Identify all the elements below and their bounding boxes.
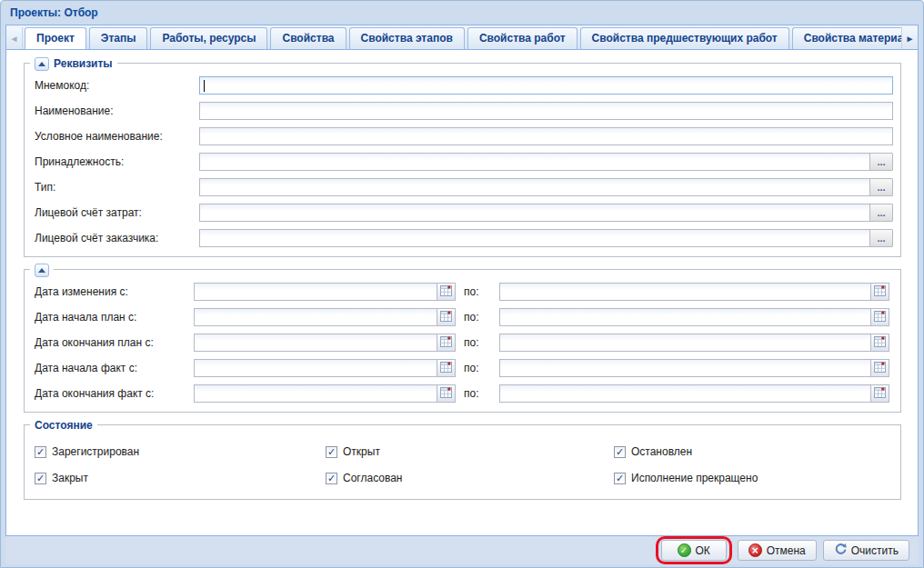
date-to-4-input[interactable] bbox=[500, 385, 870, 402]
date-from-1-input[interactable] bbox=[195, 309, 437, 325]
tab-0[interactable]: Проект bbox=[25, 27, 86, 49]
scroll-right-icon: ► bbox=[906, 34, 915, 44]
field-box bbox=[199, 127, 893, 145]
state-checkbox-item-4[interactable]: ✓Согласован bbox=[326, 472, 614, 484]
date-to-2-calendar-button[interactable] bbox=[870, 334, 889, 351]
state-checkbox-item-0[interactable]: ✓Зарегистрирован bbox=[35, 445, 326, 458]
clear-swirl-icon bbox=[834, 543, 847, 558]
collapse-arrow-up-icon bbox=[38, 62, 45, 66]
requisites-input-1[interactable] bbox=[199, 102, 893, 120]
checkbox-box[interactable]: ✓ bbox=[326, 446, 337, 458]
date-from-1-calendar-button[interactable] bbox=[437, 309, 455, 325]
tab-label: Проект bbox=[36, 32, 75, 45]
date-from-3-calendar-button[interactable] bbox=[437, 360, 455, 376]
requisites-collapse-button[interactable] bbox=[35, 57, 49, 71]
requisites-input-6[interactable] bbox=[199, 229, 870, 247]
tab-label: Свойства этапов bbox=[361, 32, 453, 45]
window-content: ◄ ПроектЭтапыРаботы, ресурсыСвойстваСвой… bbox=[5, 25, 919, 564]
tab-7[interactable]: Свойства материальных ресурсов bbox=[792, 27, 901, 49]
requisites-input-5[interactable] bbox=[199, 204, 870, 222]
checkbox-label: Согласован bbox=[343, 472, 402, 484]
state-checkbox-item-1[interactable]: ✓Открыт bbox=[326, 445, 614, 458]
date-from-0-input[interactable] bbox=[195, 284, 437, 300]
tab-4[interactable]: Свойства этапов bbox=[349, 27, 465, 49]
checkbox-box[interactable]: ✓ bbox=[35, 473, 46, 484]
calendar-icon bbox=[440, 361, 452, 375]
lookup-button-3[interactable]: ... bbox=[869, 153, 893, 171]
date-to-label: по: bbox=[456, 336, 499, 349]
collapse-arrow-up-icon bbox=[38, 268, 45, 273]
dates-legend bbox=[30, 263, 54, 277]
field-box bbox=[199, 102, 893, 120]
date-from-1 bbox=[194, 308, 456, 326]
date-to-3-calendar-button[interactable] bbox=[870, 360, 889, 376]
calendar-icon bbox=[440, 335, 452, 350]
tab-scroll-right-button[interactable]: ► bbox=[901, 27, 918, 49]
requisites-row-4: Тип:... bbox=[28, 178, 893, 196]
date-from-2-input[interactable] bbox=[195, 334, 437, 351]
state-legend-text: Состояние bbox=[35, 419, 93, 432]
ok-button-wrapper: ✓ ОК bbox=[661, 540, 727, 561]
checkbox-box[interactable]: ✓ bbox=[614, 446, 626, 458]
date-to-0-calendar-button[interactable] bbox=[870, 284, 889, 300]
requisites-input-4[interactable] bbox=[199, 178, 870, 196]
checkbox-box[interactable]: ✓ bbox=[35, 446, 46, 458]
field-box: ... bbox=[199, 204, 893, 222]
tab-label: Свойства работ bbox=[479, 32, 566, 45]
date-to-1-input[interactable] bbox=[500, 309, 870, 325]
checkbox-box[interactable]: ✓ bbox=[326, 473, 337, 484]
calendar-icon bbox=[874, 335, 886, 350]
tab-label: Свойства предшествующих работ bbox=[592, 32, 778, 45]
requisites-row-0: Мнемокод: bbox=[28, 76, 893, 95]
calendar-icon bbox=[440, 386, 452, 401]
clear-button[interactable]: Очистить bbox=[823, 540, 909, 561]
state-checkbox-item-5[interactable]: ✓Исполнение прекращено bbox=[614, 472, 893, 484]
ok-button[interactable]: ✓ ОК bbox=[661, 540, 727, 561]
date-to-0 bbox=[499, 283, 889, 301]
requisites-input-2[interactable] bbox=[199, 127, 893, 145]
tab-5[interactable]: Свойства работ bbox=[467, 27, 578, 49]
date-to-2 bbox=[499, 334, 889, 352]
checkbox-box[interactable]: ✓ bbox=[614, 473, 626, 484]
date-to-1-calendar-button[interactable] bbox=[870, 309, 889, 325]
date-to-label: по: bbox=[456, 387, 499, 400]
field-label: Тип: bbox=[28, 181, 199, 194]
date-to-label: по: bbox=[456, 362, 499, 374]
tab-1[interactable]: Этапы bbox=[89, 27, 148, 49]
date-to-2-input[interactable] bbox=[500, 334, 870, 351]
date-from-3-input[interactable] bbox=[195, 360, 437, 376]
tab-6[interactable]: Свойства предшествующих работ bbox=[580, 27, 789, 49]
dates-collapse-button[interactable] bbox=[35, 264, 49, 277]
date-to-3-input[interactable] bbox=[500, 360, 870, 376]
requisites-input-3[interactable] bbox=[199, 153, 870, 171]
date-to-0-input[interactable] bbox=[500, 284, 870, 300]
state-checkbox-item-3[interactable]: ✓Закрыт bbox=[35, 472, 326, 484]
lookup-button-5[interactable]: ... bbox=[869, 204, 893, 222]
date-to-label: по: bbox=[456, 311, 499, 324]
date-from-4-calendar-button[interactable] bbox=[437, 385, 455, 402]
state-checkbox-grid: ✓Зарегистрирован✓Открыт✓Остановлен✓Закры… bbox=[28, 438, 893, 490]
tab-2[interactable]: Работы, ресурсы bbox=[150, 27, 267, 49]
tab-3[interactable]: Свойства bbox=[270, 27, 346, 49]
date-from-2-calendar-button[interactable] bbox=[437, 334, 455, 351]
field-label: Условное наименование: bbox=[28, 130, 199, 143]
requisites-input-0[interactable] bbox=[199, 76, 893, 95]
field-box: ... bbox=[199, 178, 893, 196]
state-checkbox-item-2[interactable]: ✓Остановлен bbox=[614, 445, 893, 458]
lookup-button-6[interactable]: ... bbox=[869, 229, 893, 247]
footer-toolbar: ✓ ОК × Отмена Очистить bbox=[5, 536, 919, 564]
requisites-row-5: Лицевой счёт затрат:... bbox=[28, 204, 893, 222]
date-from-4-input[interactable] bbox=[195, 385, 437, 402]
calendar-icon bbox=[874, 361, 886, 375]
lookup-button-4[interactable]: ... bbox=[869, 178, 893, 196]
date-from-0-calendar-button[interactable] bbox=[437, 284, 455, 300]
calendar-icon bbox=[874, 284, 886, 299]
requisites-legend-text: Реквизиты bbox=[54, 57, 113, 70]
date-to-4-calendar-button[interactable] bbox=[870, 385, 889, 402]
cancel-button-label: Отмена bbox=[767, 544, 806, 557]
field-label: Мнемокод: bbox=[28, 79, 199, 92]
tab-panel: ◄ ПроектЭтапыРаботы, ресурсыСвойстваСвой… bbox=[5, 25, 919, 536]
date-to-3 bbox=[499, 359, 889, 377]
cancel-button[interactable]: × Отмена bbox=[738, 540, 817, 561]
tab-scroll-left-button[interactable]: ◄ bbox=[6, 27, 23, 49]
